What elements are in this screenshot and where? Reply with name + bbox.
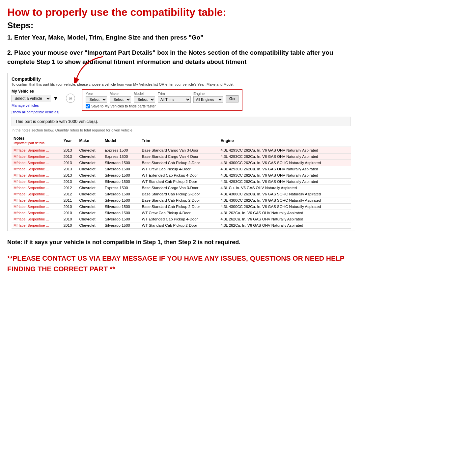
dropdown-arrow-icon: ▼ [53,96,58,101]
td-year: 2013 [62,153,77,159]
td-make: Chevrolet [77,191,103,197]
compat-title: Compatibility [12,76,351,82]
td-model: Express 1500 [103,147,140,154]
td-notes: Mfrlabel:Serpentine ... [12,203,62,210]
td-trim: WT Crew Cab Pickup 4-Door [140,210,219,216]
td-model: Express 1500 [103,185,140,191]
td-engine: 4.3L 262Cu. In. V6 GAS OHV Naturally Asp… [219,216,351,222]
compatible-banner: This part is compatible with 1000 vehicl… [12,117,351,126]
th-engine: Engine [219,135,351,147]
td-engine: 4.3L 4293CC 262Cu. In. V6 GAS OHV Natura… [219,153,351,159]
th-model: Model [103,135,140,147]
td-trim: Base Standard Cab Pickup 2-Door [140,197,219,203]
td-engine: 4.3L 4293CC 262Cu. In. V6 GAS OHV Natura… [219,166,351,172]
td-trim: Base Standard Cargo Van 4-Door [140,153,219,159]
td-year: 2010 [62,216,77,222]
td-engine: 4.3L 4293CC 262Cu. In. V6 GAS OHV Natura… [219,178,351,185]
step2-text: 2. Place your mouse over "Important Part… [7,48,355,67]
make-select[interactable]: -Select- [110,96,131,103]
td-year: 2013 [62,172,77,178]
td-model: Silverado 1500 [103,222,140,228]
show-all-link[interactable]: [show all compatible vehicles] [12,110,59,114]
td-trim: Base Standard Cab Pickup 2-Door [140,203,219,210]
engine-field-group: Engine All Engines [193,92,223,103]
manage-vehicles-link[interactable]: Manage vehicles [12,103,59,107]
td-model: Silverado 1500 [103,159,140,166]
td-model: Silverado 1500 [103,178,140,185]
td-model: Silverado 1500 [103,203,140,210]
td-model: Silverado 1500 [103,216,140,222]
td-engine: 4.3L 4293CC 262Cu. In. V6 GAS OHV Natura… [219,172,351,178]
td-year: 2010 [62,222,77,228]
engine-select[interactable]: All Engines [193,96,223,103]
td-model: Silverado 1500 [103,197,140,203]
td-make: Chevrolet [77,159,103,166]
compat-tbody: Mfrlabel:Serpentine ...2013ChevroletExpr… [12,147,351,229]
td-make: Chevrolet [77,172,103,178]
make-field-group: Make -Select- [110,92,131,103]
td-trim: WT Standard Cab Pickup 2-Door [140,178,219,185]
td-year: 2013 [62,178,77,185]
table-row: Mfrlabel:Serpentine ...2013ChevroletExpr… [12,147,351,154]
td-engine: 4.3L 4300CC 262Cu. In. V6 GAS SOHC Natur… [219,197,351,203]
td-year: 2010 [62,203,77,210]
td-notes: Mfrlabel:Serpentine ... [12,178,62,185]
trim-field-group: Trim All Trims [158,92,191,103]
td-notes: Mfrlabel:Serpentine ... [12,197,62,203]
table-row: Mfrlabel:Serpentine ...2010ChevroletSilv… [12,216,351,222]
make-label: Make [110,92,131,96]
table-row: Mfrlabel:Serpentine ...2013ChevroletSilv… [12,172,351,178]
my-vehicles-label: My Vehicles [12,89,59,94]
td-model: Express 1500 [103,153,140,159]
save-label: Save to My Vehicles to finds parts faste… [91,104,156,108]
trim-label: Trim [158,92,191,96]
td-model: Silverado 1500 [103,191,140,197]
model-field-group: Model -Select- [134,92,155,103]
td-year: 2010 [62,210,77,216]
table-row: Mfrlabel:Serpentine ...2012ChevroletSilv… [12,191,351,197]
my-vehicles-section: My Vehicles Select a vehicle ▼ Manage ve… [12,89,59,114]
td-engine: 4.3L Cu. In. V6 GAS OHV Naturally Aspira… [219,185,351,191]
year-select[interactable]: -Select- [86,96,107,103]
td-make: Chevrolet [77,166,103,172]
or-circle: or [66,94,75,103]
table-row: Mfrlabel:Serpentine ...2012ChevroletExpr… [12,185,351,191]
td-year: 2013 [62,166,77,172]
td-trim: WT Extended Cab Pickup 4-Door [140,216,219,222]
td-notes: Mfrlabel:Serpentine ... [12,172,62,178]
td-notes: Mfrlabel:Serpentine ... [12,159,62,166]
td-trim: Base Standard Cab Pickup 2-Door [140,159,219,166]
table-row: Mfrlabel:Serpentine ...2013ChevroletSilv… [12,166,351,172]
td-notes: Mfrlabel:Serpentine ... [12,153,62,159]
notes-subheader: Important part details [14,141,44,145]
model-label: Model [134,92,155,96]
table-row: Mfrlabel:Serpentine ...2010ChevroletSilv… [12,210,351,216]
engine-label: Engine [193,92,223,96]
td-year: 2013 [62,147,77,154]
select-vehicle-dropdown[interactable]: Select a vehicle [12,95,51,102]
step1-text: 1. Enter Year, Make, Model, Trim, Engine… [7,33,355,42]
td-notes: Mfrlabel:Serpentine ... [12,191,62,197]
save-checkbox-row: Save to My Vehicles to finds parts faste… [86,104,238,108]
trim-select[interactable]: All Trims [158,96,191,103]
contact-text: **PLEASE CONTACT US VIA EBAY MESSAGE IF … [7,253,355,274]
td-model: Silverado 1500 [103,172,140,178]
save-checkbox[interactable] [86,104,90,108]
td-trim: Base Standard Cargo Van 3-Door [140,185,219,191]
main-title: How to properly use the compatibility ta… [7,6,355,18]
td-notes: Mfrlabel:Serpentine ... [12,166,62,172]
table-row: Mfrlabel:Serpentine ...2010ChevroletSilv… [12,222,351,228]
td-make: Chevrolet [77,203,103,210]
compat-form-row: My Vehicles Select a vehicle ▼ Manage ve… [12,89,351,114]
compat-table: Notes Important part details Year Make M… [12,135,351,229]
td-notes: Mfrlabel:Serpentine ... [12,185,62,191]
td-make: Chevrolet [77,216,103,222]
table-header-row: Notes Important part details Year Make M… [12,135,351,147]
vehicle-select-row: Select a vehicle ▼ [12,95,59,102]
table-row: Mfrlabel:Serpentine ...2011ChevroletSilv… [12,197,351,203]
td-engine: 4.3L 4300CC 262Cu. In. V6 GAS SOHC Natur… [219,191,351,197]
go-button[interactable]: Go [226,95,238,102]
model-select[interactable]: -Select- [134,96,155,103]
td-make: Chevrolet [77,222,103,228]
td-year: 2012 [62,185,77,191]
